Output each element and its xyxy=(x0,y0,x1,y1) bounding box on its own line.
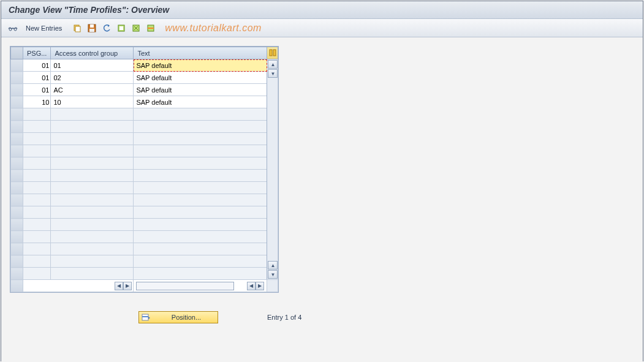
cell-psg[interactable] xyxy=(23,145,51,157)
cell-acg[interactable] xyxy=(51,108,134,121)
row-selector[interactable] xyxy=(11,182,23,194)
cell-psg[interactable]: 01 xyxy=(23,59,51,72)
cell-text[interactable] xyxy=(134,255,267,268)
cell-acg[interactable] xyxy=(51,219,134,231)
cell-text[interactable] xyxy=(134,157,267,170)
cell-text[interactable] xyxy=(134,206,267,219)
new-entries-button[interactable]: New Entries xyxy=(22,23,66,33)
cell-text[interactable]: SAP default xyxy=(134,84,267,96)
row-selector[interactable] xyxy=(11,268,23,280)
cell-acg[interactable] xyxy=(51,255,134,268)
row-selector[interactable] xyxy=(11,194,23,206)
cell-psg[interactable] xyxy=(23,219,51,231)
cell-acg[interactable] xyxy=(51,182,134,194)
cell-text[interactable] xyxy=(134,194,267,206)
cell-acg[interactable] xyxy=(51,231,134,243)
glasses-icon[interactable] xyxy=(7,23,18,34)
scroll-down2-icon[interactable]: ▼ xyxy=(268,270,278,279)
select-all-icon[interactable] xyxy=(116,23,127,34)
svg-rect-5 xyxy=(90,25,94,28)
cell-psg[interactable] xyxy=(23,170,51,182)
cell-acg[interactable]: 01 xyxy=(51,59,134,72)
row-selector[interactable] xyxy=(11,145,23,157)
deselect-all-icon[interactable] xyxy=(131,23,142,34)
cell-text[interactable]: SAP default xyxy=(134,96,267,108)
row-selector[interactable] xyxy=(11,255,23,268)
cell-psg[interactable] xyxy=(23,121,51,133)
scroll-up-icon[interactable]: ▲ xyxy=(268,60,278,69)
cell-text[interactable]: SAP default xyxy=(134,59,267,72)
row-selector[interactable] xyxy=(11,96,23,108)
configure-columns-icon[interactable] xyxy=(267,47,278,59)
row-selector[interactable] xyxy=(11,206,23,219)
scroll-right-end-icon[interactable]: ▶ xyxy=(256,282,264,290)
row-selector[interactable] xyxy=(11,231,23,243)
col-text[interactable]: Text xyxy=(134,47,267,59)
row-selector[interactable] xyxy=(11,72,23,84)
cell-psg[interactable] xyxy=(23,182,51,194)
cell-acg[interactable] xyxy=(51,206,134,219)
cell-psg[interactable]: 01 xyxy=(23,84,51,96)
cell-text[interactable] xyxy=(134,133,267,145)
save-icon[interactable] xyxy=(86,23,97,34)
col-acg[interactable]: Access control group xyxy=(51,47,134,59)
scroll-left-icon[interactable]: ◀ xyxy=(247,282,256,290)
cell-psg[interactable] xyxy=(23,194,51,206)
hscroll-track[interactable] xyxy=(136,282,234,290)
row-selector[interactable] xyxy=(11,157,23,170)
scroll-right-icon[interactable]: ▶ xyxy=(123,282,132,290)
copy-icon[interactable] xyxy=(72,23,83,34)
cell-text[interactable]: SAP default xyxy=(134,72,267,84)
cell-acg[interactable]: 10 xyxy=(51,96,134,108)
position-icon xyxy=(142,313,150,322)
cell-acg[interactable]: 02 xyxy=(51,72,134,84)
cell-psg[interactable] xyxy=(23,231,51,243)
cell-acg[interactable]: AC xyxy=(51,84,134,96)
cell-text[interactable] xyxy=(134,231,267,243)
vscroll-gutter[interactable]: ▲▼▲▼ xyxy=(267,59,278,280)
undo-icon[interactable] xyxy=(101,23,112,34)
cell-psg[interactable] xyxy=(23,133,51,145)
row-selector[interactable] xyxy=(11,219,23,231)
cell-acg[interactable] xyxy=(51,268,134,280)
scroll-up2-icon[interactable]: ▲ xyxy=(268,261,278,270)
delimit-icon[interactable] xyxy=(145,23,156,34)
cell-acg[interactable] xyxy=(51,170,134,182)
cell-acg[interactable] xyxy=(51,145,134,157)
cell-psg[interactable] xyxy=(23,255,51,268)
cell-psg[interactable] xyxy=(23,157,51,170)
col-psg[interactable]: PSG... xyxy=(23,47,51,59)
cell-acg[interactable] xyxy=(51,121,134,133)
scroll-down-icon[interactable]: ▼ xyxy=(268,69,278,78)
row-selector[interactable] xyxy=(11,170,23,182)
cell-psg[interactable] xyxy=(23,268,51,280)
cell-text[interactable] xyxy=(134,121,267,133)
cell-text[interactable] xyxy=(134,268,267,280)
cell-acg[interactable] xyxy=(51,133,134,145)
cell-psg[interactable] xyxy=(23,243,51,255)
row-selector[interactable] xyxy=(11,84,23,96)
cell-acg[interactable] xyxy=(51,194,134,206)
cell-psg[interactable]: 10 xyxy=(23,96,51,108)
row-selector[interactable] xyxy=(11,59,23,72)
cell-acg[interactable] xyxy=(51,157,134,170)
cell-text[interactable] xyxy=(134,145,267,157)
cell-psg[interactable]: 01 xyxy=(23,72,51,84)
data-grid: PSG... Access control group Text 0101SAP… xyxy=(10,46,279,293)
cell-text[interactable] xyxy=(134,108,267,121)
row-selector[interactable] xyxy=(11,121,23,133)
cell-text[interactable] xyxy=(134,219,267,231)
scroll-left-start-icon[interactable]: ◀ xyxy=(115,282,123,290)
cell-text[interactable] xyxy=(134,170,267,182)
row-selector[interactable] xyxy=(11,133,23,145)
position-button[interactable]: Position... xyxy=(138,311,218,323)
cell-psg[interactable] xyxy=(23,206,51,219)
cell-text[interactable] xyxy=(134,243,267,255)
row-selector[interactable] xyxy=(11,243,23,255)
svg-point-1 xyxy=(14,28,17,31)
cell-acg[interactable] xyxy=(51,243,134,255)
row-selector-header[interactable] xyxy=(11,47,23,59)
cell-psg[interactable] xyxy=(23,108,51,121)
cell-text[interactable] xyxy=(134,182,267,194)
row-selector[interactable] xyxy=(11,108,23,121)
